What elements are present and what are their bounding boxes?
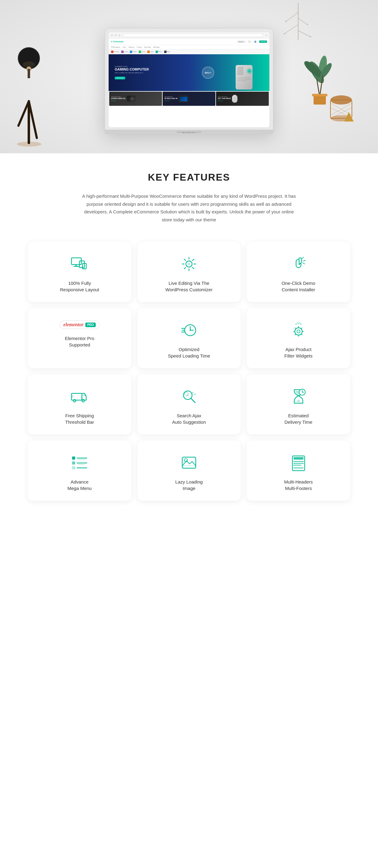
feature-label-multi-headers: Multi-HeadersMulti-Footers (284, 478, 313, 492)
svg-point-74 (297, 330, 300, 333)
svg-rect-83 (71, 393, 82, 400)
svg-rect-111 (294, 457, 303, 460)
svg-point-68 (295, 323, 297, 325)
filter-icon (289, 320, 308, 340)
product-image (227, 57, 260, 91)
sub-banner-3-title: GET THE PRICE (218, 97, 231, 100)
svg-line-82 (295, 334, 296, 335)
svg-line-90 (191, 398, 195, 403)
svg-point-85 (73, 400, 76, 402)
svg-point-72 (299, 322, 300, 323)
feature-label-responsive: 100% FullyResponsive Layout (60, 280, 99, 293)
svg-line-81 (301, 328, 302, 329)
svg-rect-22 (312, 94, 327, 96)
svg-line-57 (184, 267, 185, 269)
banner-btn[interactable]: SHOP NOW (115, 76, 125, 80)
feature-card-speed: OptimizedSpeed Loading Time (138, 308, 241, 368)
svg-rect-101 (72, 466, 75, 469)
sub-banner-2-title: 55 INCH UHD 4K (165, 97, 178, 100)
lamp-decoration (9, 40, 49, 147)
gear-customizer-icon (179, 254, 199, 274)
svg-rect-9 (237, 66, 243, 75)
browser-chrome: ⚙ (109, 32, 269, 38)
feature-label-elementor: Elementor ProSupported (65, 335, 94, 348)
svg-line-34 (298, 19, 308, 25)
search-ajax-icon (179, 386, 199, 406)
svg-point-69 (298, 323, 299, 324)
twig-decoration (280, 3, 317, 60)
svg-point-98 (301, 392, 302, 393)
section-title: KEY FEATURES (25, 172, 353, 183)
svg-line-36 (298, 31, 311, 37)
svg-line-33 (286, 12, 298, 22)
svg-point-7 (23, 61, 35, 67)
feature-label-live-editing: Live Editing Via TheWordPress Customizer (165, 280, 213, 293)
sub-banner-1-btn[interactable]: Shop Now → (111, 100, 125, 101)
sub-banner-3-btn[interactable]: Shop Now → (218, 100, 231, 101)
banner-subtitle: INTEL I9-13900K | 64G | 3090 WITH AMD AI… (115, 72, 149, 73)
svg-rect-12 (237, 77, 251, 78)
banner-badge: 50% OFF (202, 66, 214, 79)
responsive-icon (70, 254, 89, 274)
elementor-text: elementor (63, 322, 84, 328)
svg-point-49 (188, 263, 190, 265)
image-lazy-icon (179, 453, 199, 472)
svg-point-47 (84, 268, 85, 268)
svg-point-67 (190, 330, 191, 331)
svg-rect-21 (314, 95, 326, 104)
feature-card-multi-headers: Multi-HeadersMulti-Footers (247, 441, 350, 501)
sub-banner-2-btn[interactable]: Shop Now → (165, 100, 178, 101)
elementor-badge: elementor PRO (60, 320, 100, 329)
feature-card-lazy-loading: Lazy LoadingImage (138, 441, 241, 501)
click-icon (289, 254, 308, 274)
svg-line-35 (284, 25, 298, 34)
sub-banner-1-title: GOPRO HERO 9G (111, 97, 125, 100)
svg-rect-14 (237, 80, 246, 81)
svg-line-56 (193, 259, 194, 260)
svg-line-59 (303, 260, 305, 261)
speed-icon (179, 320, 199, 340)
banner-title: GAMING COMPUTER (115, 67, 149, 71)
section-description: A high-performant Multi-Purpose WooComme… (82, 192, 296, 223)
document-multi-icon (289, 453, 308, 472)
feature-label-lazy-loading: Lazy LoadingImage (175, 478, 203, 492)
svg-point-92 (187, 394, 189, 396)
svg-point-37 (285, 21, 287, 22)
svg-line-55 (193, 267, 194, 269)
shipping-icon (70, 386, 89, 406)
feature-label-speed: OptimizedSpeed Loading Time (168, 346, 210, 359)
svg-rect-100 (72, 461, 75, 465)
feature-label-mega-menu: AdvanceMega Menu (67, 478, 92, 492)
feature-label-delivery: EstimatedDelivery Time (284, 412, 312, 425)
feature-card-shipping: Free ShippingThreshold Bar (28, 374, 131, 434)
feature-card-mega-menu: AdvanceMega Menu (28, 441, 131, 501)
svg-point-39 (284, 33, 285, 34)
elementor-pro-badge: PRO (85, 322, 96, 327)
delivery-time-icon (289, 386, 308, 406)
svg-rect-13 (237, 79, 251, 80)
feature-card-delivery: EstimatedDelivery Time (247, 374, 350, 434)
svg-line-60 (303, 263, 305, 264)
svg-line-80 (301, 334, 302, 335)
svg-rect-99 (72, 457, 75, 460)
svg-line-54 (184, 259, 185, 260)
laptop-mockup: ⚙ e Commax Search... ♡ 👤 Cart (0) (105, 28, 273, 134)
svg-point-38 (307, 24, 308, 25)
feature-card-search: Search AjaxAuto Suggestion (138, 374, 241, 434)
features-section: KEY FEATURES A high-performant Multi-Pur… (0, 153, 378, 513)
svg-point-40 (310, 36, 311, 37)
feature-label-shipping: Free ShippingThreshold Bar (65, 412, 94, 425)
svg-rect-115 (294, 467, 303, 469)
feature-card-live-editing: Live Editing Via TheWordPress Customizer (138, 242, 241, 302)
feature-label-demo: One-Click DemoContent Installer (282, 280, 315, 293)
feature-card-responsive: 100% FullyResponsive Layout (28, 242, 131, 302)
svg-line-94 (194, 394, 196, 395)
svg-line-79 (295, 328, 296, 329)
svg-line-2 (19, 101, 29, 126)
svg-line-93 (192, 392, 193, 393)
feature-card-demo: One-Click DemoContent Installer (247, 242, 350, 302)
features-grid: 100% FullyResponsive Layout (28, 242, 350, 501)
svg-point-86 (82, 400, 84, 402)
feature-card-elementor: elementor PRO Elementor ProSupported (28, 308, 131, 368)
svg-point-70 (300, 323, 301, 325)
